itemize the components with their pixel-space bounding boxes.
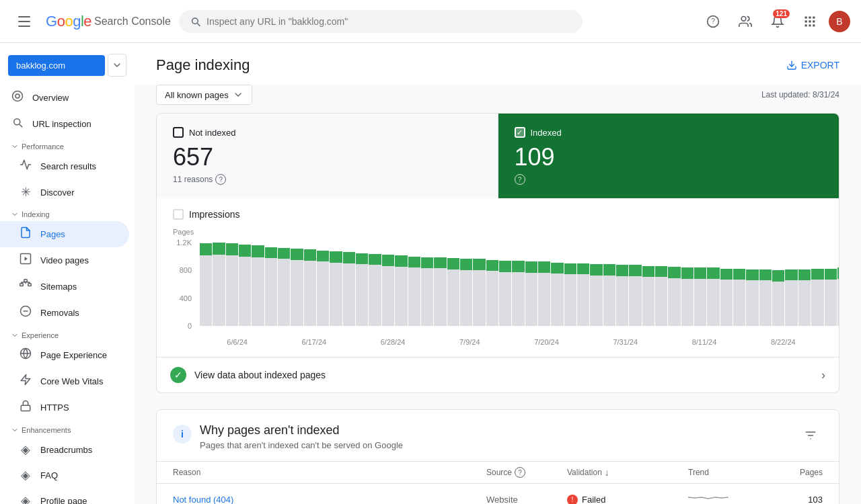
bar-group[interactable] [694,267,706,326]
bar-group[interactable] [681,267,694,326]
sidebar-section-indexing[interactable]: Indexing [0,205,135,221]
sidebar-item-discover[interactable]: ✳ Discover [0,179,129,205]
sidebar-item-breadcrumbs[interactable]: ◈ Breadcrumbs [0,437,129,462]
help-icon[interactable]: ? [215,174,226,185]
bar-group[interactable] [343,252,355,326]
not-indexed-checkbox[interactable] [173,127,184,138]
bar-indexed [226,243,238,255]
bar-group[interactable] [265,247,277,326]
help-button[interactable]: ? [700,8,726,35]
sidebar-item-sitemaps[interactable]: Sitemaps [0,274,129,300]
bar-group[interactable] [538,261,550,326]
sidebar-item-search-results[interactable]: Search results [0,153,129,179]
property-dropdown-arrow[interactable] [108,54,126,77]
sidebar-section-performance[interactable]: Performance [0,137,135,153]
bar-group[interactable] [395,255,407,326]
bar-group[interactable] [473,259,485,326]
bar-group[interactable] [590,264,602,326]
filter-button[interactable]: All known pages [156,85,252,105]
sidebar-item-page-experience[interactable]: Page Experience [0,342,129,368]
avatar[interactable]: B [829,11,850,32]
bar-group[interactable] [434,257,446,326]
search-input[interactable] [207,16,572,27]
bar-group[interactable] [291,249,303,326]
property-button[interactable]: bakklog.com [8,55,105,76]
bar-group[interactable] [460,259,472,326]
bar-group[interactable] [239,245,251,326]
bar-notindexed [499,272,511,326]
source-info-icon[interactable]: ? [515,467,525,478]
bar-group[interactable] [330,251,342,326]
sidebar-section-experience[interactable]: Experience [0,326,135,342]
bar-notindexed [694,279,706,326]
bar-group[interactable] [408,257,420,326]
help-icon[interactable]: ? [515,174,525,185]
bar-group[interactable] [655,266,667,326]
view-indexed-link[interactable]: ✓ View data about indexed pages › [157,357,839,392]
bar-notindexed [369,265,381,326]
bar-group[interactable] [447,258,459,326]
bar-group[interactable] [811,268,823,326]
bar-group[interactable] [278,248,290,326]
bar-group[interactable] [304,249,316,326]
bar-group[interactable] [213,243,225,326]
bar-group[interactable] [551,263,563,326]
sidebar-item-pages[interactable]: Pages [0,221,129,247]
bar-group[interactable] [707,267,719,326]
sidebar-item-url-inspection[interactable]: URL inspection [0,111,129,137]
sidebar-section-enhancements[interactable]: Enhancements [0,421,135,437]
th-validation[interactable]: Validation ↓ [567,467,688,478]
bar-notindexed [239,257,251,326]
bar-group[interactable] [564,263,576,326]
bar-group[interactable] [317,251,329,326]
sidebar-item-core-web-vitals[interactable]: Core Web Vitals [0,368,129,394]
bar-group[interactable] [603,264,615,326]
bar-group[interactable] [421,257,433,326]
bar-group[interactable] [616,265,628,326]
indexed-checkbox[interactable] [515,127,525,138]
bar-group[interactable] [772,270,784,326]
bar-group[interactable] [200,243,212,326]
bar-notindexed [460,270,472,326]
account-button[interactable] [732,8,759,35]
notifications-button[interactable]: 121 [764,8,791,35]
bar-group[interactable] [577,263,589,326]
bar-notindexed [759,280,772,326]
bar-group[interactable] [382,255,394,326]
bar-group[interactable] [759,269,772,326]
export-button[interactable]: EXPORT [786,60,839,71]
bar-group[interactable] [798,269,811,326]
logo-link[interactable]: Google Search Console [46,13,171,30]
bar-group[interactable] [499,261,511,326]
menu-button[interactable] [11,8,38,35]
bar-group[interactable] [642,266,654,326]
bar-group[interactable] [825,268,837,326]
cell-reason[interactable]: Not found (404) [173,495,486,504]
search-bar[interactable] [179,10,583,33]
apps-button[interactable] [796,8,823,35]
bar-group[interactable] [512,261,524,326]
bar-group[interactable] [746,269,758,326]
sidebar-item-overview[interactable]: Overview [0,85,129,111]
bar-group[interactable] [733,268,745,326]
bar-group[interactable] [525,261,537,326]
sidebar-item-faq[interactable]: ◈ FAQ [0,462,129,488]
bar-indexed [265,247,277,259]
bar-group[interactable] [226,243,238,326]
bar-group[interactable] [252,245,264,326]
bar-group[interactable] [720,268,733,326]
bar-group[interactable] [785,269,797,326]
sidebar-item-https[interactable]: HTTPS [0,394,129,421]
bar-group[interactable] [837,267,839,326]
sidebar-item-removals[interactable]: Removals [0,300,129,326]
sidebar-item-profile-page[interactable]: ◈ Profile page [0,488,129,504]
table-row[interactable]: Not found (404) Website ! Failed 103 [157,484,839,504]
filter-icon-button[interactable] [798,423,823,448]
bar-group[interactable] [369,254,381,326]
bar-group[interactable] [629,265,641,326]
impressions-checkbox[interactable] [173,209,184,220]
bar-group[interactable] [486,260,498,326]
bar-group[interactable] [356,253,368,326]
bar-group[interactable] [668,267,680,326]
sidebar-item-video-pages[interactable]: Video pages [0,247,129,274]
